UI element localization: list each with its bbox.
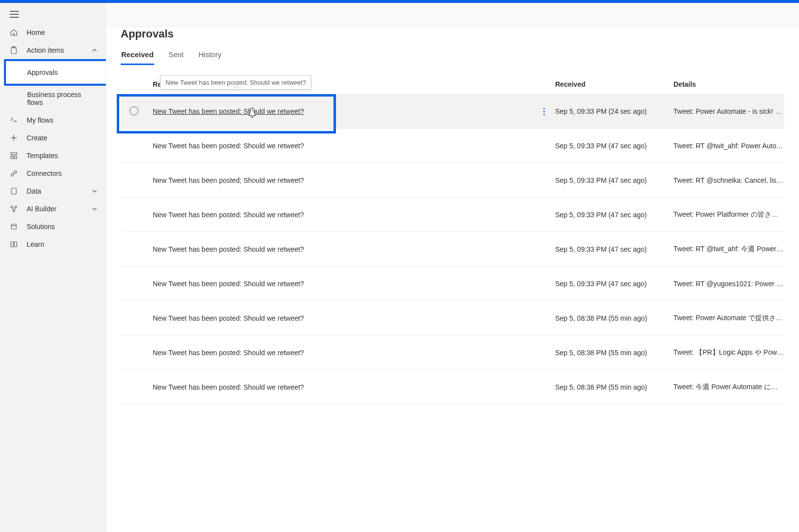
tab-history[interactable]: History [198, 47, 222, 65]
sidebar-item-label: Action items [27, 46, 92, 54]
sidebar-item-data[interactable]: Data [0, 182, 105, 200]
chevron-up-icon [92, 47, 98, 53]
main-content: Approvals Received Sent History Request … [106, 3, 799, 532]
table-row[interactable]: New Tweet has been posted: Should we ret… [121, 94, 784, 129]
sidebar-item-solutions[interactable]: Solutions [0, 218, 105, 235]
svg-point-10 [13, 210, 15, 212]
hamburger-icon [10, 11, 19, 18]
cell-received: Sep 5, 09:33 PM (47 sec ago) [555, 245, 673, 253]
sidebar-item-label: Business process flows [27, 91, 98, 106]
sidebar-item-label: My flows [27, 116, 98, 124]
sidebar-item-learn[interactable]: Learn [0, 235, 105, 253]
cell-details: Tweet: 今週 Power Automate に追加... [673, 383, 784, 392]
cell-received: Sep 5, 09:33 PM (24 sec ago) [555, 107, 673, 115]
book-icon [10, 240, 22, 248]
approvals-table: Request Received Details New Tweet has b… [121, 80, 784, 404]
sidebar-item-connectors[interactable]: Connectors [0, 165, 105, 182]
cell-details: Tweet: Power Platformer の皆さん、 ... [673, 210, 784, 219]
sidebar-item-label: Learn [27, 240, 98, 248]
cell-details: Tweet: RT @twit_ahf: Power Automat... [673, 142, 784, 150]
sidebar-item-create[interactable]: Create [0, 129, 105, 147]
cell-details: Tweet: Power Automate - is sick! Na... [673, 107, 784, 115]
svg-point-9 [15, 206, 17, 208]
cell-request[interactable]: New Tweet has been posted: Should we ret… [153, 314, 533, 322]
svg-rect-4 [14, 156, 17, 159]
sidebar-item-label: AI Builder [27, 205, 92, 213]
table-row[interactable]: New Tweet has been posted: Should we ret… [121, 232, 784, 266]
data-icon [10, 187, 22, 195]
chevron-down-icon [92, 206, 98, 212]
cell-details: Tweet: Power Automate で提供され... [673, 314, 784, 323]
hamburger-menu-button[interactable] [0, 7, 105, 24]
svg-rect-3 [11, 156, 13, 159]
table-row[interactable]: New Tweet has been posted: Should we ret… [121, 129, 784, 163]
chevron-down-icon [92, 188, 98, 194]
cell-received: Sep 5, 09:33 PM (47 sec ago) [555, 176, 673, 184]
plus-icon [10, 134, 22, 142]
sidebar-item-approvals[interactable]: Approvals [0, 59, 105, 86]
cell-request[interactable]: New Tweet has been posted: Should we ret… [153, 280, 533, 288]
cell-details: Tweet: RT @twit_ahf: 今週 Power Aut... [673, 245, 784, 254]
cell-details: Tweet: 【PR】Logic Apps や Power A... [673, 348, 784, 357]
sidebar-item-label: Solutions [27, 223, 98, 231]
svg-point-6 [14, 171, 17, 173]
cell-received: Sep 5, 08:38 PM (55 min ago) [555, 383, 673, 391]
column-header-received[interactable]: Received [555, 80, 673, 88]
sidebar-item-label: Templates [27, 152, 98, 160]
sidebar: Home Action items Approvals Business pro… [0, 3, 106, 532]
tab-received[interactable]: Received [121, 47, 154, 65]
clipboard-icon [10, 46, 22, 54]
connectors-icon [10, 169, 22, 177]
cell-received: Sep 5, 09:33 PM (47 sec ago) [555, 280, 673, 288]
sidebar-item-label: Connectors [27, 169, 98, 177]
cell-request[interactable]: New Tweet has been posted: Should we ret… [153, 107, 533, 115]
sidebar-item-my-flows[interactable]: My flows [0, 111, 105, 129]
sidebar-item-label: Home [27, 29, 98, 36]
sidebar-item-action-items[interactable]: Action items [0, 41, 105, 59]
flow-icon [10, 116, 22, 124]
svg-rect-7 [11, 188, 16, 194]
svg-rect-11 [11, 224, 16, 229]
sidebar-item-label: Create [27, 134, 98, 142]
ai-builder-icon [10, 205, 22, 213]
sidebar-item-business-process-flows[interactable]: Business process flows [0, 86, 105, 111]
cell-details: Tweet: RT @schneika: Cancel, list, rea..… [673, 176, 784, 184]
sidebar-item-label: Data [27, 187, 92, 195]
tab-sent[interactable]: Sent [168, 47, 184, 65]
cell-request[interactable]: New Tweet has been posted: Should we ret… [153, 383, 533, 391]
header-background-strip [106, 3, 799, 27]
sidebar-item-label: Approvals [27, 68, 98, 76]
request-tooltip: New Tweet has been posted; Should we ret… [160, 75, 311, 90]
templates-icon [10, 152, 22, 160]
sidebar-item-ai-builder[interactable]: AI Builder [0, 200, 105, 218]
svg-point-8 [11, 206, 13, 208]
svg-rect-2 [11, 153, 17, 155]
cell-request[interactable]: New Tweet has been posted: Should we ret… [153, 211, 533, 219]
svg-point-5 [11, 174, 14, 176]
sidebar-item-templates[interactable]: Templates [0, 147, 105, 165]
row-actions-button[interactable] [533, 108, 555, 115]
cell-received: Sep 5, 08:38 PM (55 min ago) [555, 349, 673, 357]
home-icon [10, 29, 22, 36]
table-row[interactable]: New Tweet has been posted: Should we ret… [121, 266, 784, 301]
sidebar-item-home[interactable]: Home [0, 24, 105, 41]
cell-received: Sep 5, 09:33 PM (47 sec ago) [555, 211, 673, 219]
tabs: Received Sent History [121, 47, 784, 66]
cell-received: Sep 5, 09:33 PM (47 sec ago) [555, 142, 673, 150]
cell-request[interactable]: New Tweet has been posted: Should we ret… [153, 142, 533, 150]
cell-details: Tweet: RT @yugoes1021: Power Platf... [673, 280, 784, 288]
table-row[interactable]: New Tweet has been posted: Should we ret… [121, 198, 784, 232]
row-select-radio[interactable] [130, 106, 138, 115]
table-row[interactable]: New Tweet has been posted: Should we ret… [121, 370, 784, 404]
cell-received: Sep 5, 08:38 PM (55 min ago) [555, 314, 673, 322]
solutions-icon [10, 223, 22, 231]
table-row[interactable]: New Tweet has been posted: Should we ret… [121, 335, 784, 370]
cell-request[interactable]: New Tweet has been posted: Should we ret… [153, 245, 533, 253]
cell-request[interactable]: New Tweet has been posted: Should we ret… [153, 349, 533, 357]
cell-request[interactable]: New Tweet has been posted; Should we ret… [153, 176, 533, 184]
page-title: Approvals [121, 28, 784, 40]
table-row[interactable]: New Tweet has been posted; Should we ret… [121, 163, 784, 198]
table-row[interactable]: New Tweet has been posted: Should we ret… [121, 301, 784, 335]
column-header-details[interactable]: Details [673, 80, 784, 88]
